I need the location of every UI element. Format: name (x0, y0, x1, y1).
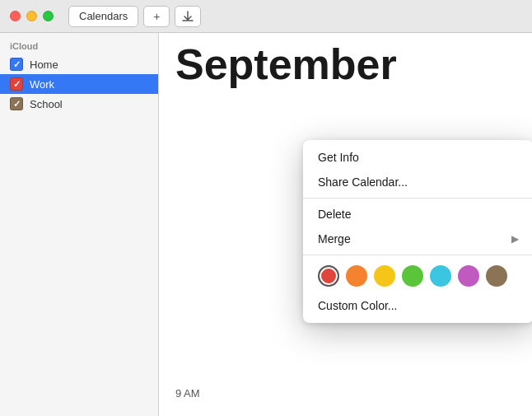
color-swatch-yellow[interactable] (374, 265, 395, 287)
minimize-button[interactable] (26, 11, 37, 21)
sidebar-item-home[interactable]: Home (0, 54, 158, 74)
sidebar-item-label-school: School (30, 98, 63, 110)
menu-item-get-info[interactable]: Get Info (303, 145, 532, 170)
main-layout: iCloud Home Work School September 9 AM G… (0, 33, 532, 416)
color-swatch-green[interactable] (402, 265, 423, 287)
menu-item-share-calendar[interactable]: Share Calendar... (303, 170, 532, 194)
color-swatch-orange[interactable] (346, 265, 367, 287)
menu-item-custom-color[interactable]: Custom Color... (303, 293, 532, 318)
calendar-content: September 9 AM Get Info Share Calendar..… (159, 33, 532, 416)
sidebar-item-school[interactable]: School (0, 94, 158, 114)
menu-item-get-info-label: Get Info (318, 151, 359, 164)
menu-item-custom-color-label: Custom Color... (318, 299, 397, 312)
sidebar: iCloud Home Work School (0, 33, 159, 416)
titlebar: Calendars + (0, 0, 532, 33)
download-button[interactable] (175, 6, 201, 27)
color-swatch-red[interactable] (318, 265, 339, 287)
color-swatch-brown[interactable] (486, 265, 507, 287)
menu-separator-2 (303, 255, 532, 255)
menu-item-share-calendar-label: Share Calendar... (318, 175, 408, 189)
color-swatch-purple[interactable] (458, 265, 479, 287)
close-button[interactable] (10, 11, 21, 21)
sidebar-item-label-work: Work (30, 78, 54, 91)
time-label: 9 AM (175, 387, 200, 400)
month-title: September (159, 33, 532, 96)
home-checkbox[interactable] (10, 58, 23, 71)
sidebar-section-icloud: iCloud (0, 41, 158, 51)
download-icon (182, 11, 194, 22)
work-checkbox[interactable] (10, 77, 23, 91)
menu-item-delete-label: Delete (318, 208, 351, 221)
titlebar-buttons: Calendars + (68, 6, 201, 27)
submenu-arrow-icon: ▶ (511, 233, 519, 245)
add-button[interactable]: + (143, 6, 170, 27)
menu-item-delete[interactable]: Delete (303, 202, 532, 227)
context-menu: Get Info Share Calendar... Delete Merge … (303, 140, 532, 323)
color-swatches-row (303, 259, 532, 293)
sidebar-item-work[interactable]: Work (0, 74, 158, 94)
maximize-button[interactable] (43, 11, 54, 21)
school-checkbox[interactable] (10, 97, 23, 110)
color-swatch-blue[interactable] (430, 265, 451, 287)
sidebar-item-label-home: Home (30, 58, 58, 71)
calendars-button[interactable]: Calendars (68, 6, 138, 27)
menu-item-merge[interactable]: Merge ▶ (303, 227, 532, 251)
traffic-lights (10, 11, 54, 21)
menu-separator-1 (303, 198, 532, 199)
menu-item-merge-label: Merge (318, 232, 351, 245)
